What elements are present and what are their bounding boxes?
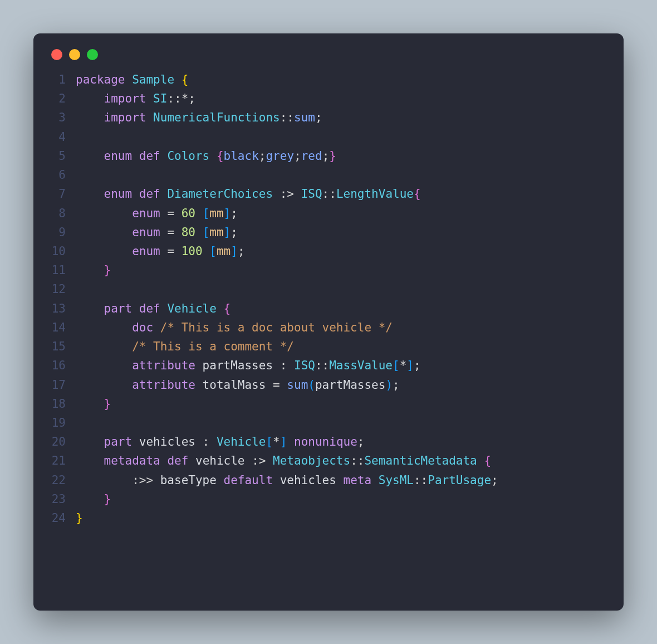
line-content[interactable]: enum = 100 [mm]; — [76, 242, 608, 261]
line-content[interactable]: metadata def vehicle :> Metaobjects::Sem… — [76, 451, 608, 470]
code-line[interactable]: 8 enum = 60 [mm]; — [49, 204, 608, 223]
line-number: 19 — [49, 413, 76, 432]
line-content[interactable] — [76, 165, 608, 184]
token-punc: ; — [259, 149, 266, 163]
line-content[interactable]: } — [76, 394, 608, 413]
code-line[interactable]: 1package Sample { — [49, 70, 608, 89]
code-line[interactable]: 7 enum def DiameterChoices :> ISQ::Lengt… — [49, 184, 608, 203]
token-kw: def — [139, 187, 160, 201]
token-punc — [146, 111, 153, 124]
token-punc — [76, 187, 104, 201]
code-line[interactable]: 18 } — [49, 394, 608, 413]
code-line[interactable]: 21 metadata def vehicle :> Metaobjects::… — [49, 451, 608, 470]
token-punc — [132, 149, 139, 163]
token-punc: ; — [491, 474, 498, 487]
line-content[interactable]: /* This is a comment */ — [76, 337, 608, 356]
code-line[interactable]: 23 } — [49, 490, 608, 509]
token-kw: enum — [132, 207, 160, 220]
code-line[interactable]: 12 — [49, 280, 608, 299]
token-punc: ; — [393, 378, 400, 392]
line-content[interactable]: attribute totalMass = sum(partMasses); — [76, 375, 608, 394]
code-line[interactable]: 24} — [49, 509, 608, 528]
line-content[interactable]: } — [76, 490, 608, 509]
line-content[interactable]: package Sample { — [76, 70, 608, 89]
code-line[interactable]: 10 enum = 100 [mm]; — [49, 242, 608, 261]
line-content[interactable]: import NumericalFunctions::sum; — [76, 108, 608, 127]
token-type: DiameterChoices — [167, 187, 273, 201]
token-punc — [76, 149, 104, 163]
line-number: 4 — [49, 128, 76, 147]
line-number: 8 — [49, 204, 76, 223]
token-dcolon: :: — [167, 92, 181, 105]
zoom-icon[interactable] — [87, 49, 98, 60]
line-number: 20 — [49, 432, 76, 451]
token-punc — [336, 474, 344, 487]
token-unit: mm — [209, 207, 223, 220]
token-brace2: } — [104, 492, 111, 506]
token-brace2: { — [217, 149, 224, 163]
line-content[interactable]: import SI::*; — [76, 89, 608, 108]
line-content[interactable]: enum = 60 [mm]; — [76, 204, 608, 223]
token-dcolon: :: — [322, 187, 336, 201]
token-punc — [195, 226, 203, 239]
code-line[interactable]: 11 } — [49, 261, 608, 280]
minimize-icon[interactable] — [69, 49, 80, 60]
token-type: Vehicle — [167, 302, 217, 315]
line-content[interactable]: enum = 80 [mm]; — [76, 223, 608, 242]
code-line[interactable]: 14 doc /* This is a doc about vehicle */ — [49, 318, 608, 337]
code-line[interactable]: 6 — [49, 165, 608, 184]
token-brack: ] — [224, 207, 231, 220]
token-punc — [146, 92, 153, 105]
code-line[interactable]: 9 enum = 80 [mm]; — [49, 223, 608, 242]
line-content[interactable]: enum def DiameterChoices :> ISQ::LengthV… — [76, 184, 608, 203]
token-brace2: } — [329, 149, 336, 163]
token-punc — [371, 474, 379, 487]
line-content[interactable] — [76, 280, 608, 299]
line-content[interactable]: enum def Colors {black;grey;red;} — [76, 147, 608, 165]
code-editor[interactable]: 1package Sample {2 import SI::*;3 import… — [49, 70, 608, 528]
line-content[interactable]: attribute partMasses : ISQ::MassValue[*]… — [76, 356, 608, 375]
token-brace2: { — [484, 454, 491, 467]
line-content[interactable]: part def Vehicle { — [76, 299, 608, 318]
close-icon[interactable] — [51, 49, 62, 60]
token-brace2: } — [104, 264, 111, 277]
token-brack: ] — [406, 359, 414, 372]
code-line[interactable]: 2 import SI::*; — [49, 89, 608, 108]
line-content[interactable] — [76, 413, 608, 432]
code-line[interactable]: 13 part def Vehicle { — [49, 299, 608, 318]
code-line[interactable]: 19 — [49, 413, 608, 432]
token-punc: ; — [322, 149, 330, 163]
code-line[interactable]: 3 import NumericalFunctions::sum; — [49, 108, 608, 127]
token-brack: ) — [385, 378, 393, 392]
line-content[interactable]: } — [76, 261, 608, 280]
code-line[interactable]: 20 part vehicles : Vehicle[*] nonunique; — [49, 432, 608, 451]
line-content[interactable]: :>> baseType default vehicles meta SysML… — [76, 471, 608, 490]
line-number: 17 — [49, 375, 76, 394]
token-brack: [ — [266, 435, 273, 448]
token-punc — [76, 226, 132, 239]
code-line[interactable]: 16 attribute partMasses : ISQ::MassValue… — [49, 356, 608, 375]
code-line[interactable]: 5 enum def Colors {black;grey;red;} — [49, 147, 608, 165]
token-pale: partMasses — [315, 378, 385, 392]
code-line[interactable]: 17 attribute totalMass = sum(partMasses)… — [49, 375, 608, 394]
token-type: SysML — [379, 474, 414, 487]
line-content[interactable] — [76, 128, 608, 147]
line-number: 7 — [49, 184, 76, 203]
code-line[interactable]: 22 :>> baseType default vehicles meta Sy… — [49, 471, 608, 490]
token-punc: ; — [357, 435, 365, 448]
line-content[interactable]: part vehicles : Vehicle[*] nonunique; — [76, 432, 608, 451]
line-content[interactable]: } — [76, 509, 608, 528]
token-type: Sample — [132, 73, 174, 86]
code-line[interactable]: 15 /* This is a comment */ — [49, 337, 608, 356]
line-number: 21 — [49, 451, 76, 470]
token-punc: : — [195, 435, 217, 448]
token-punc — [160, 187, 168, 201]
token-dcolon: :: — [414, 474, 428, 487]
code-line[interactable]: 4 — [49, 128, 608, 147]
token-type: ISQ — [301, 187, 322, 201]
token-punc — [76, 454, 104, 467]
token-brack: [ — [203, 226, 210, 239]
token-unit: mm — [217, 245, 231, 258]
line-content[interactable]: doc /* This is a doc about vehicle */ — [76, 318, 608, 337]
line-number: 9 — [49, 223, 76, 242]
